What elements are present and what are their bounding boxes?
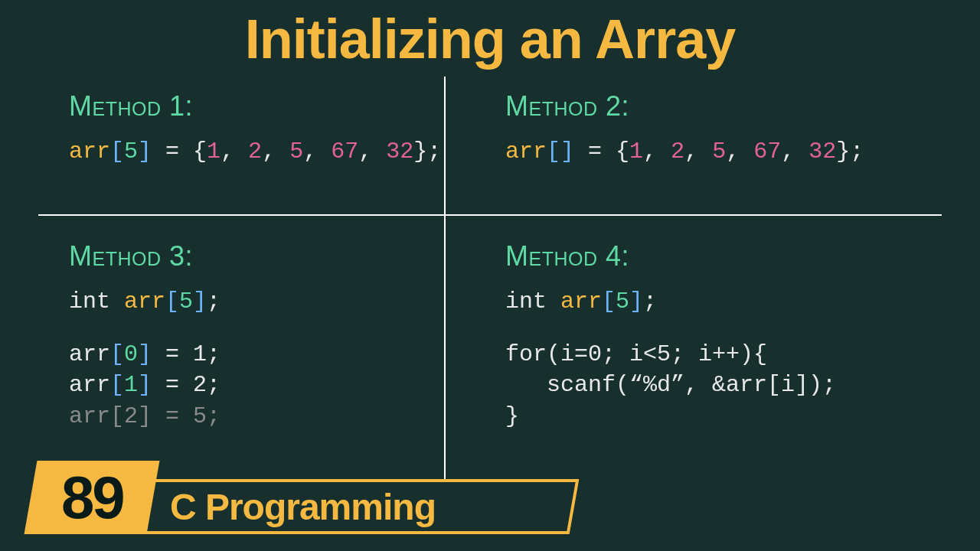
token-index: 5 <box>179 289 193 315</box>
lesson-number: 89 <box>61 463 123 533</box>
method-2-code: arr[] = {1, 2, 5, 67, 32}; <box>505 136 980 168</box>
token-bracket: ] <box>138 341 152 367</box>
token-end: ; <box>643 289 657 315</box>
token-kw: int <box>505 289 560 315</box>
token-eq: = { <box>152 139 207 165</box>
method-4-close: } <box>505 401 980 432</box>
method-3-line3: arr[2] = 5; <box>69 401 444 432</box>
token-arr: arr <box>69 341 110 367</box>
token-sep: , <box>262 139 289 165</box>
token-bracket: [ <box>110 372 124 398</box>
token-bracket: ] <box>138 139 152 165</box>
token-kw: int <box>69 289 124 315</box>
token-rest: = 5; <box>152 403 220 429</box>
token-val: 32 <box>808 139 836 165</box>
token-sep: , <box>726 139 753 165</box>
token-bracket: [ <box>110 403 124 429</box>
method-3-line2: arr[1] = 2; <box>69 370 444 401</box>
token-bracket: ] <box>193 289 207 315</box>
method-2: Method 2: arr[] = {1, 2, 5, 67, 32}; <box>444 77 980 168</box>
method-4-for: for(i=0; i<5; i++){ <box>505 339 980 370</box>
method-1-code: arr[5] = {1, 2, 5, 67, 32}; <box>69 136 444 168</box>
token-bracket: [ <box>602 289 616 315</box>
token-bracket: [ <box>165 289 179 315</box>
token-val: 32 <box>386 139 413 165</box>
lesson-number-badge: 89 <box>24 461 160 534</box>
token-arr: arr <box>560 289 602 315</box>
token-bracket: ] <box>138 372 152 398</box>
token-bracket: [ <box>110 139 124 165</box>
token-index: 2 <box>124 403 138 429</box>
token-arr: arr <box>69 372 110 398</box>
method-3-decl: int arr[5]; <box>69 286 444 318</box>
token-arr: arr <box>69 403 110 429</box>
method-3-label: Method 3: <box>69 240 444 272</box>
token-val: 2 <box>671 139 684 165</box>
token-sep: , <box>220 139 248 165</box>
token-val: 5 <box>712 139 726 165</box>
token-val: 5 <box>289 139 303 165</box>
token-bracket: ] <box>138 403 152 429</box>
token-arr: arr <box>69 139 110 165</box>
token-eq: = { <box>574 139 629 165</box>
token-sep: , <box>358 139 386 165</box>
token-end: }; <box>413 139 441 165</box>
method-1-label: Method 1: <box>69 90 444 122</box>
token-sep: , <box>684 139 712 165</box>
page-title: Initializing an Array <box>0 0 980 77</box>
token-sep: , <box>781 139 808 165</box>
token-rest: = 1; <box>152 341 220 367</box>
token-end: ; <box>207 289 220 315</box>
token-arr: arr <box>505 139 547 165</box>
token-val: 1 <box>207 139 220 165</box>
method-3: Method 3: int arr[5]; arr[0] = 1; arr[1]… <box>0 216 444 432</box>
token-bracket: ] <box>560 139 574 165</box>
token-index: 0 <box>124 341 138 367</box>
methods-grid: Method 1: arr[5] = {1, 2, 5, 67, 32}; Me… <box>0 77 980 505</box>
method-4-decl: int arr[5]; <box>505 286 980 318</box>
method-4-label: Method 4: <box>505 240 980 272</box>
token-bracket: ] <box>629 289 643 315</box>
method-3-line1: arr[0] = 1; <box>69 339 444 370</box>
token-end: }; <box>836 139 864 165</box>
token-sep: , <box>303 139 331 165</box>
method-4: Method 4: int arr[5]; for(i=0; i<5; i++)… <box>444 216 980 432</box>
method-1: Method 1: arr[5] = {1, 2, 5, 67, 32}; <box>0 77 444 168</box>
token-index: 1 <box>124 372 138 398</box>
method-2-label: Method 2: <box>505 90 980 122</box>
token-rest: = 2; <box>152 372 220 398</box>
token-sep: , <box>643 139 671 165</box>
token-val: 1 <box>629 139 643 165</box>
token-arr: arr <box>124 289 165 315</box>
token-bracket: [ <box>547 139 560 165</box>
token-index: 5 <box>616 289 629 315</box>
token-index: 5 <box>124 139 138 165</box>
lesson-subject-badge: C Programming <box>141 479 580 534</box>
token-val: 2 <box>248 139 262 165</box>
token-val: 67 <box>331 139 358 165</box>
lesson-subject: C Programming <box>170 486 436 528</box>
token-val: 67 <box>753 139 781 165</box>
method-4-scanf: scanf(“%d”, &arr[i]); <box>505 370 980 401</box>
token-bracket: [ <box>110 341 124 367</box>
